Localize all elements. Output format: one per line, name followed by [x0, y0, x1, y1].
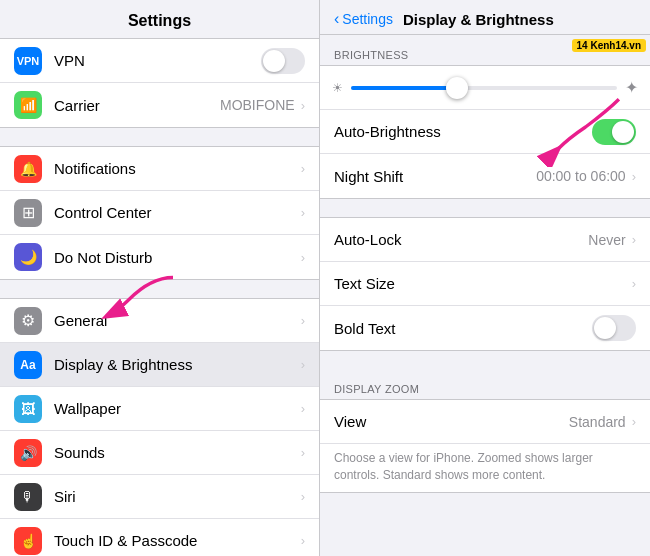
brightness-slider-row[interactable]: ☀ ✦	[320, 66, 650, 110]
siri-label: Siri	[54, 488, 299, 505]
right-panel-title: Display & Brightness	[403, 11, 554, 28]
sounds-label: Sounds	[54, 444, 299, 461]
siri-icon: 🎙	[14, 483, 42, 511]
touch-id-chevron: ›	[301, 533, 305, 548]
settings-row-touch-id[interactable]: ☝ Touch ID & Passcode ›	[0, 519, 319, 556]
left-panel-title: Settings	[0, 0, 319, 38]
settings-row-view[interactable]: View Standard ›	[320, 400, 650, 444]
settings-row-sounds[interactable]: 🔊 Sounds ›	[0, 431, 319, 475]
settings-row-vpn[interactable]: VPN VPN	[0, 39, 319, 83]
settings-row-night-shift[interactable]: Night Shift 00:00 to 06:00 ›	[320, 154, 650, 198]
vpn-label: VPN	[54, 52, 257, 69]
notifications-icon: 🔔	[14, 155, 42, 183]
auto-lock-label: Auto-Lock	[334, 231, 588, 248]
display-settings-group: Auto-Lock Never › Text Size › Bold Text	[320, 217, 650, 351]
nav-bar: ‹ Settings Display & Brightness	[320, 0, 650, 35]
do-not-disturb-icon: 🌙	[14, 243, 42, 271]
general-chevron: ›	[301, 313, 305, 328]
display-brightness-label: Display & Brightness	[54, 356, 299, 373]
display-brightness-icon: Aa	[14, 351, 42, 379]
control-center-chevron: ›	[301, 205, 305, 220]
auto-lock-value: Never	[588, 232, 625, 248]
vpn-toggle[interactable]	[261, 48, 305, 74]
settings-group-2: 🔔 Notifications › ⊞ Control Center › 🌙 D…	[0, 146, 319, 280]
settings-row-auto-lock[interactable]: Auto-Lock Never ›	[320, 218, 650, 262]
view-label: View	[334, 413, 569, 430]
auto-brightness-label: Auto-Brightness	[334, 123, 592, 140]
settings-row-siri[interactable]: 🎙 Siri ›	[0, 475, 319, 519]
auto-lock-chevron: ›	[632, 232, 636, 247]
touch-id-icon: ☝	[14, 527, 42, 555]
zoom-description: Choose a view for iPhone. Zoomed shows l…	[320, 444, 650, 492]
sounds-chevron: ›	[301, 445, 305, 460]
settings-row-bold-text[interactable]: Bold Text	[320, 306, 650, 350]
do-not-disturb-chevron: ›	[301, 250, 305, 265]
brightness-high-icon: ✦	[625, 78, 638, 97]
settings-row-notifications[interactable]: 🔔 Notifications ›	[0, 147, 319, 191]
settings-row-carrier[interactable]: 📶 Carrier MOBIFONE ›	[0, 83, 319, 127]
night-shift-chevron: ›	[632, 169, 636, 184]
general-label: General	[54, 312, 299, 329]
settings-group-3: ⚙ General › Aa Display & Brightness › 🖼 …	[0, 298, 319, 556]
brightness-group: ☀ ✦ Auto-Brightness Night Shift 00:00 to…	[320, 65, 650, 199]
watermark: 14 Kenh14.vn	[572, 39, 646, 52]
night-shift-label: Night Shift	[334, 168, 536, 185]
wallpaper-chevron: ›	[301, 401, 305, 416]
app-container: Settings VPN VPN 📶 Carrier MOBIFONE › 🔔 …	[0, 0, 650, 556]
settings-group-1: VPN VPN 📶 Carrier MOBIFONE ›	[0, 38, 319, 128]
touch-id-label: Touch ID & Passcode	[54, 532, 299, 549]
carrier-label: Carrier	[54, 97, 220, 114]
wallpaper-icon: 🖼	[14, 395, 42, 423]
right-panel-content: 14 Kenh14.vn BRIGHTNESS ☀ ✦ Auto-Brightn…	[320, 35, 650, 556]
vpn-icon: VPN	[14, 47, 42, 75]
settings-row-control-center[interactable]: ⊞ Control Center ›	[0, 191, 319, 235]
do-not-disturb-label: Do Not Disturb	[54, 249, 299, 266]
brightness-slider-track[interactable]	[351, 86, 617, 90]
brightness-low-icon: ☀	[332, 81, 343, 95]
text-size-chevron: ›	[632, 276, 636, 291]
settings-row-text-size[interactable]: Text Size ›	[320, 262, 650, 306]
siri-chevron: ›	[301, 489, 305, 504]
general-icon: ⚙	[14, 307, 42, 335]
carrier-icon: 📶	[14, 91, 42, 119]
back-chevron-icon: ‹	[334, 10, 339, 28]
text-size-label: Text Size	[334, 275, 630, 292]
bold-text-toggle[interactable]	[592, 315, 636, 341]
watermark-site: Kenh14.vn	[590, 40, 641, 51]
settings-row-auto-brightness[interactable]: Auto-Brightness	[320, 110, 650, 154]
settings-row-do-not-disturb[interactable]: 🌙 Do Not Disturb ›	[0, 235, 319, 279]
brightness-slider-fill	[351, 86, 457, 90]
display-brightness-chevron: ›	[301, 357, 305, 372]
display-zoom-header: DISPLAY ZOOM	[320, 369, 650, 399]
bold-text-label: Bold Text	[334, 320, 592, 337]
night-shift-value: 00:00 to 06:00	[536, 168, 626, 184]
carrier-value: MOBIFONE	[220, 97, 295, 113]
settings-row-general[interactable]: ⚙ General ›	[0, 299, 319, 343]
settings-row-display-brightness[interactable]: Aa Display & Brightness ›	[0, 343, 319, 387]
right-panel: ‹ Settings Display & Brightness 14 Kenh1…	[320, 0, 650, 556]
control-center-icon: ⊞	[14, 199, 42, 227]
notifications-label: Notifications	[54, 160, 299, 177]
view-value: Standard	[569, 414, 626, 430]
auto-brightness-toggle[interactable]	[592, 119, 636, 145]
view-chevron: ›	[632, 414, 636, 429]
settings-row-wallpaper[interactable]: 🖼 Wallpaper ›	[0, 387, 319, 431]
brightness-slider-thumb[interactable]	[446, 77, 468, 99]
control-center-label: Control Center	[54, 204, 299, 221]
carrier-chevron: ›	[301, 98, 305, 113]
wallpaper-label: Wallpaper	[54, 400, 299, 417]
left-panel: Settings VPN VPN 📶 Carrier MOBIFONE › 🔔 …	[0, 0, 320, 556]
back-button[interactable]: ‹ Settings	[334, 10, 393, 28]
sounds-icon: 🔊	[14, 439, 42, 467]
display-zoom-group: View Standard › Choose a view for iPhone…	[320, 399, 650, 493]
notifications-chevron: ›	[301, 161, 305, 176]
watermark-number: 14	[577, 40, 588, 51]
back-label: Settings	[342, 11, 393, 27]
